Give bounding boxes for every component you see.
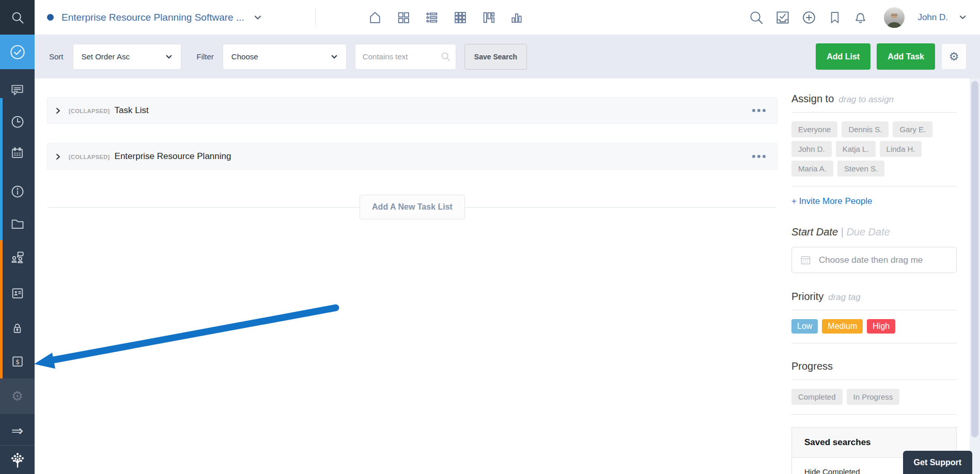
left-sidebar: $ ⚙ ⇒ <box>0 0 35 474</box>
info-icon <box>10 184 25 199</box>
task-list-row[interactable]: [COLLAPSED] Task List <box>47 97 777 124</box>
sidebar-edge-indicator-blue <box>0 98 3 240</box>
sidebar-item-tasks-active[interactable] <box>0 35 35 69</box>
add-new-task-list-button[interactable]: Add A New Task List <box>360 195 465 219</box>
expand-chevron-icon[interactable] <box>55 107 61 114</box>
sidebar-divider <box>0 413 35 414</box>
assign-to-title: Assign to <box>791 93 834 105</box>
filter-value: Choose <box>231 52 258 61</box>
invite-more-people-link[interactable]: + Invite More People <box>791 196 872 207</box>
save-search-button[interactable]: Save Search <box>464 44 527 70</box>
sidebar-item-invoices[interactable]: $ <box>0 344 35 378</box>
grid-view-icon[interactable] <box>396 10 411 25</box>
add-task-button[interactable]: Add Task <box>877 43 935 70</box>
row-menu-button[interactable] <box>751 106 767 115</box>
priority-title: Priority <box>791 291 823 303</box>
drag-panel: Assign to drag to assign Everyone Dennis… <box>791 78 957 474</box>
my-tasks-icon[interactable] <box>775 10 790 25</box>
sidebar-item-time[interactable] <box>0 104 35 139</box>
clock-icon <box>10 115 25 129</box>
divider <box>791 112 957 113</box>
progress-header: Progress <box>791 360 957 372</box>
priority-tag-medium[interactable]: Medium <box>822 319 863 334</box>
people-chat-icon <box>10 250 25 265</box>
assignee-tag[interactable]: Everyone <box>791 121 837 137</box>
sidebar-item-settings[interactable]: ⚙ <box>0 378 35 413</box>
sidebar-item-passwords[interactable] <box>0 311 35 346</box>
sidebar-item-contacts[interactable] <box>0 276 35 310</box>
sidebar-item-calendar[interactable] <box>0 136 35 170</box>
start-date-label: Start Date <box>791 226 838 238</box>
choose-date-label: Choose date then drag me <box>819 255 923 265</box>
filter-select[interactable]: Choose <box>223 44 347 70</box>
choose-date-drag-handle[interactable]: Choose date then drag me <box>791 247 957 273</box>
priority-header: Priority drag tag <box>791 291 957 303</box>
gear-icon: ⚙ <box>949 50 959 63</box>
assignee-tag[interactable]: Katja L. <box>836 141 876 157</box>
sidebar-logo[interactable] <box>0 445 35 474</box>
home-view-icon[interactable] <box>368 10 382 25</box>
svg-text:$: $ <box>15 357 19 365</box>
due-date-label: Due Date <box>846 226 890 238</box>
divider <box>791 380 957 380</box>
user-name[interactable]: John D. <box>917 12 948 23</box>
global-search-icon[interactable] <box>749 10 764 25</box>
sidebar-item-files[interactable] <box>0 207 35 241</box>
collapsed-badge: [COLLAPSED] <box>69 154 110 160</box>
assignee-tags: Everyone Dennis S. Gary E. John D. Katja… <box>791 121 957 177</box>
contact-card-icon <box>10 286 25 301</box>
assignee-tag[interactable]: Gary E. <box>893 121 932 137</box>
bookmark-icon[interactable] <box>828 10 842 25</box>
invoices-dollar-icon: $ <box>10 354 25 369</box>
sidebar-expand-button[interactable]: ⇒ <box>0 418 35 444</box>
assignee-tag[interactable]: Steven S. <box>837 161 884 177</box>
add-task-list-section: Add A New Task List <box>47 194 777 220</box>
add-icon[interactable] <box>801 10 817 25</box>
chevron-down-icon <box>165 53 173 60</box>
assignee-tag[interactable]: Maria A. <box>791 161 833 177</box>
grid-large-view-icon[interactable] <box>453 10 468 25</box>
assignee-tag[interactable]: Dennis S. <box>842 121 889 137</box>
priority-tag-high[interactable]: High <box>867 319 895 334</box>
discussions-icon <box>10 83 24 97</box>
chart-view-icon[interactable] <box>510 11 523 24</box>
progress-tag-inprogress[interactable]: In Progress <box>847 389 900 405</box>
board-view-icon[interactable] <box>481 10 496 25</box>
freedcamp-tree-icon <box>9 451 26 469</box>
settings-gear-button[interactable]: ⚙ <box>941 43 967 70</box>
search-icon <box>10 10 25 25</box>
calendar-icon <box>800 254 812 266</box>
task-list-title: Task List <box>115 105 149 116</box>
task-list-row[interactable]: [COLLAPSED] Enterprise Resource Planning <box>47 143 777 170</box>
view-switcher <box>368 0 523 35</box>
user-avatar[interactable] <box>884 7 905 28</box>
sidebar-item-search[interactable] <box>0 0 35 35</box>
divider <box>791 310 957 310</box>
filters-toolbar: Sort Set Order Asc Filter Choose Save Se… <box>35 35 980 78</box>
notifications-bell-icon[interactable] <box>853 10 868 25</box>
user-menu-chevron-icon[interactable] <box>959 13 967 21</box>
priority-tag-low[interactable]: Low <box>791 319 818 334</box>
get-support-button[interactable]: Get Support <box>903 451 972 474</box>
row-menu-button[interactable] <box>751 152 767 161</box>
sidebar-item-crm[interactable] <box>0 240 35 275</box>
lock-icon <box>10 322 24 336</box>
page-scrollbar[interactable] <box>970 35 980 474</box>
add-list-button[interactable]: Add List <box>816 43 870 70</box>
scrollbar-thumb[interactable] <box>971 81 978 437</box>
header-actions: John D. <box>749 0 967 35</box>
expand-chevron-icon[interactable] <box>55 153 61 160</box>
assignee-tag[interactable]: Linda H. <box>880 141 922 157</box>
sidebar-edge-indicator-orange <box>0 240 3 378</box>
assign-to-hint: drag to assign <box>838 94 894 105</box>
sidebar-item-discussions[interactable] <box>0 73 35 107</box>
sort-select[interactable]: Set Order Asc <box>73 44 181 70</box>
top-header: Enterprise Resource Planning Software ..… <box>35 0 980 35</box>
progress-tag-completed[interactable]: Completed <box>791 389 843 405</box>
list-view-icon[interactable] <box>425 10 439 25</box>
sort-label: Sort <box>49 52 64 61</box>
assignee-tag[interactable]: John D. <box>791 141 832 157</box>
progress-tags: Completed In Progress <box>791 389 957 405</box>
sidebar-item-wiki[interactable] <box>0 174 35 209</box>
project-switcher[interactable]: Enterprise Resource Planning Software ..… <box>47 0 262 35</box>
